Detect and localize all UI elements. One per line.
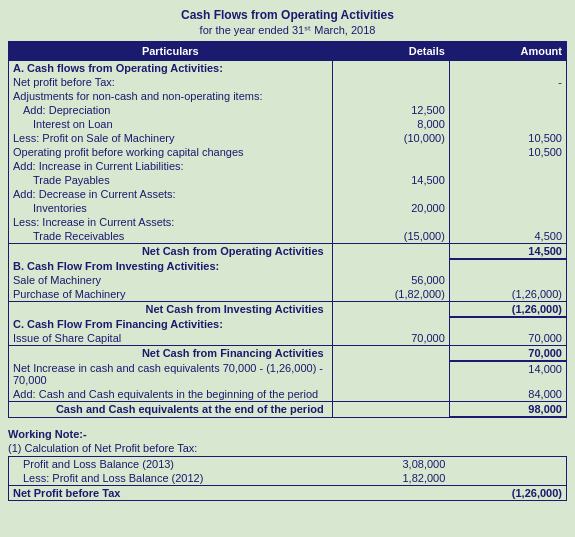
wn-particulars-cell: Net Profit before Tax: [9, 486, 333, 501]
details-cell: (15,000): [332, 229, 449, 244]
table-row: Net Cash from Financing Activities70,000: [9, 346, 567, 362]
particulars-cell: Less: Profit on Sale of Machinery: [9, 131, 333, 145]
details-cell: [332, 361, 449, 387]
details-cell: 8,000: [332, 117, 449, 131]
table-row: Add: Decrease in Current Assets:: [9, 187, 567, 201]
wn-col3-cell: (1,26,000): [449, 486, 566, 501]
amount-cell: [449, 201, 566, 215]
particulars-cell: Purchase of Machinery: [9, 287, 333, 302]
amount-cell: [449, 159, 566, 173]
particulars-cell: Less: Increase in Current Assets:: [9, 215, 333, 229]
amount-cell: [449, 317, 566, 331]
details-cell: [332, 75, 449, 89]
wn-col3-cell: [449, 457, 566, 472]
details-cell: 14,500: [332, 173, 449, 187]
header-amount: Amount: [449, 42, 566, 61]
particulars-cell: Net Cash from Financing Activities: [9, 346, 333, 362]
particulars-cell: Net profit before Tax:: [9, 75, 333, 89]
table-row: Net Cash from Operating Activities14,500: [9, 244, 567, 260]
table-row: Net Increase in cash and cash equivalent…: [9, 361, 567, 387]
particulars-cell: Interest on Loan: [9, 117, 333, 131]
table-row: Adjustments for non-cash and non-operati…: [9, 89, 567, 103]
cash-flow-table: Particulars Details Amount A. Cash flows…: [8, 41, 567, 418]
table-row: Add: Cash and Cash equivalents in the be…: [9, 387, 567, 402]
particulars-cell: A. Cash flows from Operating Activities:: [9, 61, 333, 76]
amount-cell: [449, 273, 566, 287]
table-row: Add: Depreciation12,500: [9, 103, 567, 117]
working-note-title: Working Note:-: [8, 428, 567, 440]
particulars-cell: Cash and Cash equivalents at the end of …: [9, 402, 333, 418]
details-cell: 12,500: [332, 103, 449, 117]
particulars-cell: Inventories: [9, 201, 333, 215]
table-row: Purchase of Machinery(1,82,000)(1,26,000…: [9, 287, 567, 302]
table-row: A. Cash flows from Operating Activities:: [9, 61, 567, 76]
table-row: Trade Receivables(15,000)4,500: [9, 229, 567, 244]
particulars-cell: Add: Increase in Current Liabilities:: [9, 159, 333, 173]
table-row: C. Cash Flow From Financing Activities:: [9, 317, 567, 331]
header-details: Details: [332, 42, 449, 61]
particulars-cell: Adjustments for non-cash and non-operati…: [9, 89, 333, 103]
amount-cell: [449, 89, 566, 103]
wn-particulars-cell: Profit and Loss Balance (2013): [9, 457, 333, 472]
table-row: Less: Increase in Current Assets:: [9, 215, 567, 229]
details-cell: [332, 61, 449, 76]
amount-cell: [449, 215, 566, 229]
header-particulars: Particulars: [9, 42, 333, 61]
particulars-cell: Net Cash from Operating Activities: [9, 244, 333, 260]
sub-title: for the year ended 31ˢᵗ March, 2018: [8, 24, 567, 37]
particulars-cell: Operating profit before working capital …: [9, 145, 333, 159]
particulars-cell: Add: Depreciation: [9, 103, 333, 117]
details-cell: 56,000: [332, 273, 449, 287]
wn-row: Less: Profit and Loss Balance (2012)1,82…: [9, 471, 567, 486]
particulars-cell: B. Cash Flow From Investing Activities:: [9, 259, 333, 273]
amount-cell: 98,000: [449, 402, 566, 418]
amount-cell: [449, 173, 566, 187]
amount-cell: (1,26,000): [449, 287, 566, 302]
particulars-cell: Sale of Machinery: [9, 273, 333, 287]
table-row: Net Cash from Investing Activities(1,26,…: [9, 302, 567, 318]
particulars-cell: Trade Receivables: [9, 229, 333, 244]
table-row: Issue of Share Capital70,00070,000: [9, 331, 567, 346]
table-row: Trade Payables14,500: [9, 173, 567, 187]
amount-cell: 70,000: [449, 346, 566, 362]
details-cell: [332, 302, 449, 318]
table-row: Cash and Cash equivalents at the end of …: [9, 402, 567, 418]
details-cell: [332, 402, 449, 418]
details-cell: (10,000): [332, 131, 449, 145]
details-cell: 70,000: [332, 331, 449, 346]
particulars-cell: Issue of Share Capital: [9, 331, 333, 346]
amount-cell: 14,000: [449, 361, 566, 387]
details-cell: 20,000: [332, 201, 449, 215]
wn-col2-cell: 1,82,000: [332, 471, 449, 486]
table-row: Sale of Machinery56,000: [9, 273, 567, 287]
working-note-subtitle: (1) Calculation of Net Profit before Tax…: [8, 442, 567, 454]
amount-cell: [449, 187, 566, 201]
table-row: Less: Profit on Sale of Machinery(10,000…: [9, 131, 567, 145]
wn-col3-cell: [449, 471, 566, 486]
particulars-cell: Net Increase in cash and cash equivalent…: [9, 361, 333, 387]
main-title: Cash Flows from Operating Activities: [8, 8, 567, 22]
working-note-table: Profit and Loss Balance (2013)3,08,000Le…: [8, 456, 567, 501]
details-cell: [332, 187, 449, 201]
particulars-cell: C. Cash Flow From Financing Activities:: [9, 317, 333, 331]
amount-cell: 4,500: [449, 229, 566, 244]
amount-cell: 70,000: [449, 331, 566, 346]
table-row: B. Cash Flow From Investing Activities:: [9, 259, 567, 273]
amount-cell: [449, 117, 566, 131]
details-cell: [332, 215, 449, 229]
wn-col2-cell: 3,08,000: [332, 457, 449, 472]
amount-cell: [449, 259, 566, 273]
amount-cell: [449, 103, 566, 117]
wn-row: Profit and Loss Balance (2013)3,08,000: [9, 457, 567, 472]
details-cell: [332, 259, 449, 273]
wn-particulars-cell: Less: Profit and Loss Balance (2012): [9, 471, 333, 486]
amount-cell: 14,500: [449, 244, 566, 260]
amount-cell: 10,500: [449, 145, 566, 159]
table-row: Operating profit before working capital …: [9, 145, 567, 159]
working-note-section: Working Note:- (1) Calculation of Net Pr…: [8, 428, 567, 501]
particulars-cell: Net Cash from Investing Activities: [9, 302, 333, 318]
table-row: Net profit before Tax:-: [9, 75, 567, 89]
details-cell: (1,82,000): [332, 287, 449, 302]
details-cell: [332, 346, 449, 362]
particulars-cell: Add: Cash and Cash equivalents in the be…: [9, 387, 333, 402]
